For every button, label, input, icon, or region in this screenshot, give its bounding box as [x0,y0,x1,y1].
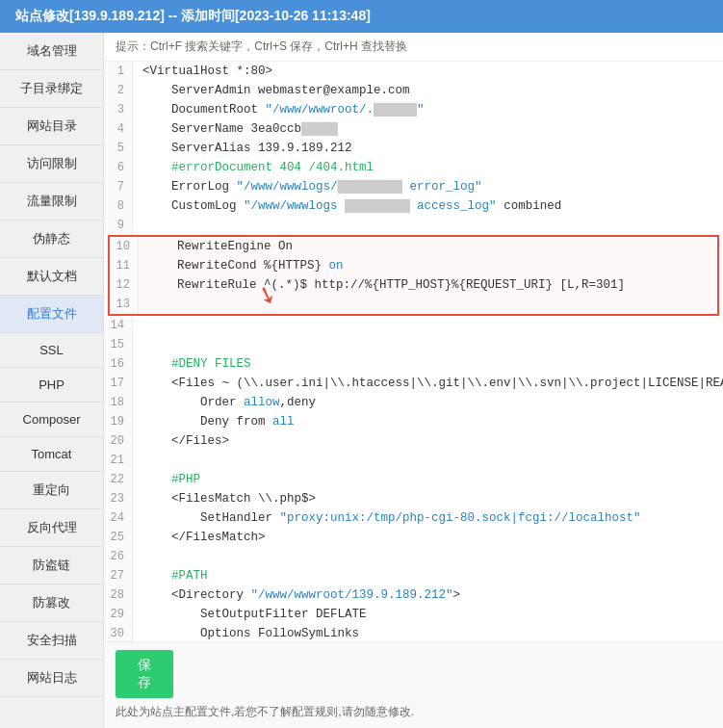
editor-container[interactable]: 1 <VirtualHost *:80> 2 ServerAdmin webma… [104,62,723,641]
code-line: 17 <Files ~ (\\.user.ini|\\.htaccess|\\.… [104,374,723,393]
footer-note: 此处为站点主配置文件,若您不了解配置规则,请勿随意修改. [116,704,711,720]
save-button[interactable]: 保存 [116,650,173,698]
sidebar-item-13[interactable]: 反向代理 [0,509,103,547]
code-line: 25 </FilesMatch> [104,528,723,547]
code-line: 5 ServerAlias 139.9.189.212 [104,139,723,158]
code-line: 15 [104,335,723,354]
top-bar: 站点修改[139.9.189.212] -- 添加时间[2023-10-26 1… [0,0,723,33]
code-line: 26 [104,547,723,566]
code-line: 29 SetOutputFilter DEFLATE [104,605,723,624]
sidebar-item-16[interactable]: 安全扫描 [0,622,103,660]
sidebar-item-5[interactable]: 伪静态 [0,221,103,258]
code-line: 20 </Files> [104,431,723,451]
sidebar-item-11[interactable]: Tomcat [0,437,103,472]
code-line: 6 #errorDocument 404 /404.html [104,158,723,177]
code-line: 1 <VirtualHost *:80> [104,62,723,81]
code-line: 8 CustomLog "/www/wwwlogs █████████ acce… [104,196,723,216]
code-line: 11 RewriteCond %{HTTPS} on [110,256,717,275]
sidebar-item-14[interactable]: 防盗链 [0,547,103,585]
code-line: 7 ErrorLog "/www/wwwlogs/█████████ error… [104,177,723,196]
code-line: 10 RewriteEngine On [110,237,717,256]
code-line: 24 SetHandler "proxy:unix:/tmp/php-cgi-8… [104,508,723,528]
sidebar-item-17[interactable]: 网站日志 [0,660,103,697]
sidebar-item-12[interactable]: 重定向 [0,472,103,509]
sidebar-item-1[interactable]: 子目录绑定 [0,70,103,108]
code-line: 27 #PATH [104,566,723,585]
code-line: 22 #PHP [104,470,723,489]
code-line: 4 ServerName 3ea0ccb█████ [104,119,723,139]
code-line: 13 [110,295,717,314]
sidebar-item-15[interactable]: 防篡改 [0,585,103,622]
sidebar-item-7[interactable]: 配置文件 [0,296,103,333]
sidebar-item-2[interactable]: 网站目录 [0,108,103,145]
sidebar-item-6[interactable]: 默认文档 [0,258,103,296]
code-line: 16 #DENY FILES [104,354,723,374]
sidebar-item-4[interactable]: 流量限制 [0,183,103,221]
code-line: 21 [104,451,723,470]
content-area: 提示：Ctrl+F 搜索关键字，Ctrl+S 保存，Ctrl+H 查找替换 1 … [104,33,723,728]
highlight-block: 10 RewriteEngine On 11 RewriteCond %{HTT… [108,235,719,316]
code-line: 19 Deny from all [104,412,723,431]
code-line: 23 <FilesMatch \\.php$> [104,489,723,508]
top-bar-title: 站点修改[139.9.189.212] -- 添加时间[2023-10-26 1… [15,8,371,23]
footer-bar: 保存 此处为站点主配置文件,若您不了解配置规则,请勿随意修改. [104,641,723,728]
sidebar-item-8[interactable]: SSL [0,333,103,368]
sidebar: 域名管理子目录绑定网站目录访问限制流量限制伪静态默认文档配置文件SSLPHPCo… [0,33,104,728]
code-line: 14 ➘ [104,316,723,335]
code-line: 30 Options FollowSymLinks [104,624,723,641]
hint-bar: 提示：Ctrl+F 搜索关键字，Ctrl+S 保存，Ctrl+H 查找替换 [104,33,723,62]
code-line: 18 Order allow,deny [104,393,723,412]
sidebar-item-10[interactable]: Composer [0,403,103,437]
sidebar-item-9[interactable]: PHP [0,368,103,403]
hint-text: 提示：Ctrl+F 搜索关键字，Ctrl+S 保存，Ctrl+H 查找替换 [116,39,407,53]
code-line: 12 RewriteRule ^(.*)$ http://%{HTTP_HOST… [110,275,717,295]
code-editor[interactable]: 1 <VirtualHost *:80> 2 ServerAdmin webma… [104,62,723,641]
code-line: 3 DocumentRoot "/www/wwwroot/.██████" [104,100,723,119]
code-line: 28 <Directory "/www/wwwroot/139.9.189.21… [104,585,723,605]
sidebar-item-3[interactable]: 访问限制 [0,145,103,183]
code-line: 9 [104,216,723,235]
code-line: 2 ServerAdmin webmaster@example.com [104,81,723,100]
sidebar-item-0[interactable]: 域名管理 [0,33,103,70]
